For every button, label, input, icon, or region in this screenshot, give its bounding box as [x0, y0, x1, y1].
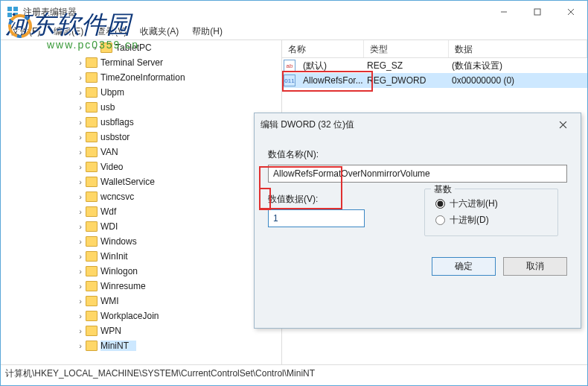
chevron-right-icon[interactable]: ›	[75, 222, 86, 231]
menu-view[interactable]: 查看(V)	[91, 24, 132, 39]
tree-node[interactable]: ›TimeZoneInformation	[1, 70, 281, 85]
cancel-button[interactable]: 取消	[503, 257, 567, 276]
radio-hex[interactable]	[435, 199, 445, 209]
tree-label: Winresume	[100, 281, 153, 291]
radio-dec-label: 十进制(D)	[450, 214, 489, 227]
col-data[interactable]: 数据	[449, 40, 587, 57]
tree-node[interactable]: ›WalletService	[1, 174, 281, 189]
tree-node[interactable]: ›WPN	[1, 323, 281, 338]
tree-node[interactable]: ›usb	[1, 100, 281, 115]
tree-label: usbflags	[100, 117, 141, 127]
tree-node[interactable]: ›WMI	[1, 294, 281, 309]
chevron-right-icon[interactable]: ›	[75, 177, 86, 186]
chevron-right-icon[interactable]: ›	[75, 103, 86, 112]
menu-file[interactable]: 文件(F)	[5, 24, 46, 39]
svg-rect-0	[7, 7, 12, 11]
tree-node[interactable]: ›usbflags	[1, 115, 281, 130]
menu-help[interactable]: 帮助(H)	[186, 24, 229, 39]
radio-hex-row[interactable]: 十六进制(H)	[435, 195, 547, 212]
folder-icon	[86, 147, 98, 157]
maximize-button[interactable]	[520, 1, 554, 23]
folder-icon	[86, 221, 98, 232]
chevron-right-icon[interactable]: ›	[75, 237, 86, 246]
close-button[interactable]	[554, 1, 587, 23]
chevron-right-icon[interactable]: ›	[90, 43, 100, 52]
dialog-close-button[interactable]	[551, 116, 575, 135]
chevron-right-icon[interactable]: ›	[75, 341, 86, 350]
tree-node[interactable]: ›WorkplaceJoin	[1, 309, 281, 323]
tree-node[interactable]: ›usbstor	[1, 130, 281, 145]
chevron-right-icon[interactable]: ›	[75, 148, 86, 156]
chevron-right-icon[interactable]: ›	[75, 282, 86, 291]
tree-node[interactable]: ›WDI	[1, 219, 281, 234]
tree-node[interactable]: ›TabletPC	[1, 40, 281, 55]
regedit-window: 注册表编辑器 文件(F) 编辑(E) 查看(V) 收藏夹(A) 帮助(H) ›T…	[0, 0, 588, 386]
tree-node[interactable]: ›Wdf	[1, 204, 281, 219]
value-name-input[interactable]	[268, 165, 567, 183]
col-type[interactable]: 类型	[364, 40, 449, 57]
cell-name: AllowRefsFor...	[298, 75, 362, 86]
dialog-titlebar: 编辑 DWORD (32 位)值	[255, 113, 581, 136]
list-body[interactable]: ab(默认)REG_SZ(数值未设置)011AllowRefsFor...REG…	[282, 58, 587, 88]
tree-label: VAN	[100, 147, 126, 157]
chevron-right-icon[interactable]: ›	[75, 311, 86, 320]
folder-icon	[86, 87, 98, 98]
tree-node[interactable]: ›VAN	[1, 145, 281, 159]
list-row[interactable]: ab(默认)REG_SZ(数值未设置)	[282, 58, 587, 73]
chevron-right-icon[interactable]: ›	[75, 133, 86, 142]
tree-node[interactable]: ›Terminal Server	[1, 55, 281, 70]
tree-label: WPN	[100, 326, 129, 336]
folder-icon	[86, 296, 98, 306]
tree-label: MiniNT	[100, 341, 136, 351]
menu-fav[interactable]: 收藏夹(A)	[134, 24, 185, 39]
value-data-input[interactable]	[268, 209, 365, 227]
titlebar: 注册表编辑器	[1, 1, 587, 23]
tree-pane[interactable]: ›TabletPC›Terminal Server›TimeZoneInform…	[1, 40, 282, 364]
tree-node[interactable]: ›WinInit	[1, 249, 281, 264]
folder-icon	[86, 132, 98, 142]
chevron-right-icon[interactable]: ›	[75, 267, 86, 276]
ok-button[interactable]: 确定	[432, 257, 496, 276]
tree-node[interactable]: ›Winresume	[1, 279, 281, 294]
tree-node[interactable]: ›Windows	[1, 234, 281, 249]
tree-node[interactable]: ›Winlogon	[1, 264, 281, 279]
value-data-label: 数值数据(V):	[268, 193, 402, 206]
tree-label: Windows	[100, 236, 144, 247]
chevron-right-icon[interactable]: ›	[75, 252, 86, 261]
chevron-right-icon[interactable]: ›	[75, 192, 86, 201]
chevron-right-icon[interactable]: ›	[75, 73, 86, 82]
folder-icon	[86, 341, 98, 351]
list-row[interactable]: 011AllowRefsFor...REG_DWORD0x00000000 (0…	[282, 73, 587, 88]
chevron-right-icon[interactable]: ›	[75, 88, 86, 97]
base-group: 基数 十六进制(H) 十进制(D)	[424, 189, 558, 236]
status-path: 计算机\HKEY_LOCAL_MACHINE\SYSTEM\CurrentCon…	[5, 368, 315, 379]
tree-label: TabletPC	[115, 42, 159, 53]
chevron-right-icon[interactable]: ›	[75, 297, 86, 306]
cell-type: REG_DWORD	[362, 75, 447, 86]
minimize-button[interactable]	[487, 1, 520, 23]
folder-icon	[86, 281, 98, 291]
chevron-right-icon[interactable]: ›	[75, 58, 86, 67]
value-type-icon: ab	[284, 60, 295, 72]
tree-node[interactable]: ›Video	[1, 159, 281, 174]
edit-dword-dialog: 编辑 DWORD (32 位)值 数值名称(N): 数值数据(V): 基数	[254, 113, 581, 329]
radio-dec[interactable]	[435, 215, 445, 225]
chevron-right-icon[interactable]: ›	[75, 162, 86, 171]
menu-edit[interactable]: 编辑(E)	[48, 24, 89, 39]
chevron-right-icon[interactable]: ›	[75, 118, 86, 127]
radio-dec-row[interactable]: 十进制(D)	[435, 212, 547, 228]
value-name-label: 数值名称(N):	[268, 148, 567, 161]
list-header: 名称 类型 数据	[282, 40, 587, 58]
tree-node[interactable]: ›Ubpm	[1, 85, 281, 100]
tree-node[interactable]: ›wcncsvc	[1, 189, 281, 204]
chevron-right-icon[interactable]: ›	[75, 326, 86, 335]
tree-label: usbstor	[100, 132, 137, 142]
tree-label: Wdf	[100, 206, 124, 217]
chevron-right-icon[interactable]: ›	[75, 207, 86, 216]
folder-icon	[86, 192, 98, 202]
dialog-title: 编辑 DWORD (32 位)值	[261, 118, 354, 131]
tree-node[interactable]: ›MiniNT	[1, 338, 281, 353]
folder-icon	[86, 326, 98, 336]
tree-label: usb	[100, 102, 122, 113]
col-name[interactable]: 名称	[282, 40, 364, 57]
